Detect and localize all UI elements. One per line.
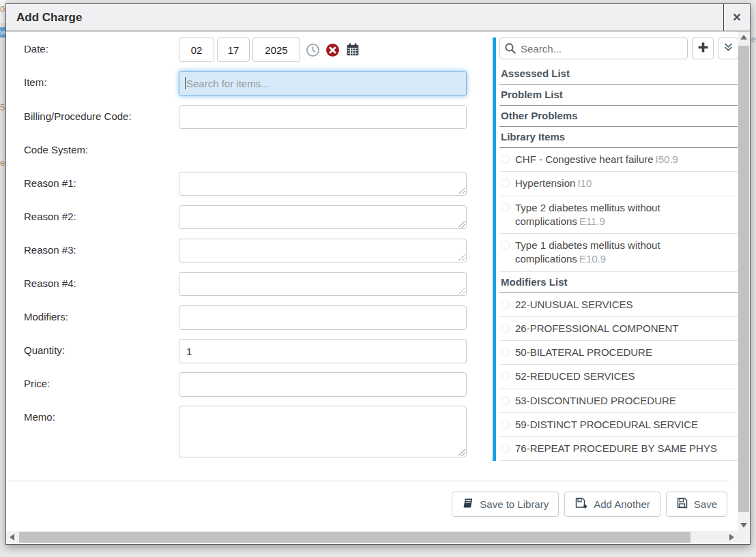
backdrop-fragment: ve <box>0 27 5 37</box>
section-title-assessed-list: Assessed List <box>499 63 738 85</box>
dialog-header: Add Charge ✕ <box>6 4 750 31</box>
code-system-row: Code System: <box>6 138 484 163</box>
text-cursor <box>185 77 186 89</box>
double-chevron-down-icon <box>723 42 733 55</box>
backdrop-fragment: 5 <box>0 102 5 112</box>
close-icon: ✕ <box>732 11 741 24</box>
save-button[interactable]: Save <box>666 492 727 517</box>
library-item[interactable]: CHF - Congestive heart failureI50.9 <box>499 148 738 172</box>
quantity-label: Quantity: <box>6 339 179 356</box>
reason4-input[interactable] <box>179 272 467 296</box>
library-item[interactable]: Type 2 diabetes mellitus without complic… <box>499 196 738 235</box>
reason2-input[interactable] <box>179 205 467 229</box>
item-code: I10 <box>577 177 592 189</box>
radio-icon <box>501 420 510 429</box>
search-icon <box>504 42 517 57</box>
item-code: E10.9 <box>579 253 606 265</box>
screen: 0 ve 5 e) e Add Charge ✕ Date: <box>0 0 756 557</box>
item-name: 76-REPEAT PROCEDURE BY SAME PHYS <box>515 442 717 455</box>
modifiers-label: Modifiers: <box>6 305 179 322</box>
radio-icon <box>501 444 510 453</box>
radio-icon <box>501 300 510 309</box>
save-label: Save <box>694 498 717 510</box>
horizontal-scrollbar-thumb[interactable] <box>19 532 690 543</box>
scroll-up-icon[interactable] <box>740 35 747 40</box>
problem-library-panel: Assessed List Problem List Other Problem… <box>493 37 738 461</box>
item-name: 26-PROFESSIONAL COMPONENT <box>515 322 679 335</box>
add-item-button[interactable] <box>692 37 714 59</box>
radio-icon <box>501 396 510 405</box>
billing-code-input[interactable] <box>179 105 467 129</box>
sidebar-search-row <box>499 37 738 59</box>
plus-icon <box>697 42 709 56</box>
item-name: CHF - Congestive heart failure <box>515 153 654 165</box>
memo-input[interactable] <box>179 406 467 457</box>
radio-icon <box>501 155 510 164</box>
date-month-input[interactable] <box>179 37 214 62</box>
radio-icon <box>501 179 510 187</box>
book-icon <box>462 498 474 511</box>
billing-code-row: Billing/Procedure Code: <box>6 105 484 130</box>
price-input[interactable] <box>179 372 467 397</box>
reason3-label: Reason #3: <box>6 239 179 256</box>
save-to-library-label: Save to Library <box>480 498 549 510</box>
vertical-scrollbar[interactable] <box>738 31 750 531</box>
dialog-body: Date: <box>6 31 750 543</box>
vertical-scrollbar-thumb[interactable] <box>738 46 749 512</box>
reason4-label: Reason #4: <box>6 272 179 289</box>
calendar-icon[interactable] <box>345 42 360 57</box>
scroll-left-icon[interactable] <box>10 534 14 541</box>
reason3-row: Reason #3: <box>6 239 484 263</box>
scroll-right-icon[interactable] <box>729 534 734 541</box>
library-item[interactable]: HypertensionI10 <box>499 172 738 196</box>
section-title-other-problems: Other Problems <box>499 106 738 127</box>
date-label: Date: <box>6 37 179 55</box>
modifiers-input[interactable] <box>179 305 467 330</box>
item-name: 59-DISTINCT PROCEDURAL SERVICE <box>515 418 698 432</box>
footer-divider <box>9 481 729 481</box>
modifiers-row: Modifiers: <box>6 305 484 330</box>
reason2-label: Reason #2: <box>6 205 179 222</box>
modifier-item[interactable]: 22-UNUSUAL SERVICES <box>499 293 738 317</box>
close-button[interactable]: ✕ <box>723 4 750 31</box>
item-row: Item: <box>6 71 484 96</box>
modifier-item[interactable]: 52-REDUCED SERVICES <box>499 365 738 389</box>
code-system-label: Code System: <box>6 138 179 155</box>
save-icon <box>676 497 688 511</box>
item-search-input[interactable] <box>179 71 467 96</box>
reason1-input[interactable] <box>179 172 467 196</box>
radio-icon <box>501 372 510 380</box>
backdrop-fragment: e <box>751 34 756 44</box>
add-another-button[interactable]: Add Another <box>564 492 660 517</box>
save-to-library-button[interactable]: Save to Library <box>452 492 559 517</box>
radio-icon <box>501 348 510 357</box>
modifier-item[interactable]: 76-REPEAT PROCEDURE BY SAME PHYS <box>499 437 738 461</box>
horizontal-scrollbar[interactable] <box>6 531 738 543</box>
quantity-input[interactable] <box>179 339 467 363</box>
reason3-input[interactable] <box>179 239 467 262</box>
library-item[interactable]: Type 1 diabetes mellitus without complic… <box>499 234 738 272</box>
dialog-title: Add Charge <box>6 11 723 25</box>
item-code: E11.9 <box>579 215 605 227</box>
radio-icon <box>501 241 510 250</box>
add-charge-dialog: Add Charge ✕ Date: <box>5 3 751 545</box>
section-title-modifiers-list: Modifiers List <box>499 272 738 293</box>
reason1-label: Reason #1: <box>6 172 179 189</box>
modifier-item[interactable]: 53-DISCONTINUED PROCEDURE <box>499 389 738 413</box>
modifier-item[interactable]: 59-DISTINCT PROCEDURAL SERVICE <box>499 413 738 437</box>
clear-date-icon[interactable] <box>325 43 340 57</box>
modifier-item[interactable]: 50-BILATERAL PROCEDURE <box>499 341 738 365</box>
quantity-row: Quantity: <box>6 339 484 363</box>
collapse-all-button[interactable] <box>718 37 738 59</box>
date-year-input[interactable] <box>252 37 300 62</box>
sidebar-search-input[interactable] <box>499 37 688 59</box>
price-row: Price: <box>6 372 484 397</box>
date-day-input[interactable] <box>217 37 250 62</box>
reason1-row: Reason #1: <box>6 172 484 196</box>
date-row: Date: <box>6 37 484 62</box>
scroll-down-icon[interactable] <box>740 523 747 528</box>
save-plus-icon <box>575 497 588 511</box>
item-name: 53-DISCONTINUED PROCEDURE <box>515 394 676 408</box>
modifier-item[interactable]: 26-PROFESSIONAL COMPONENT <box>499 317 738 341</box>
clock-icon[interactable] <box>306 43 320 57</box>
